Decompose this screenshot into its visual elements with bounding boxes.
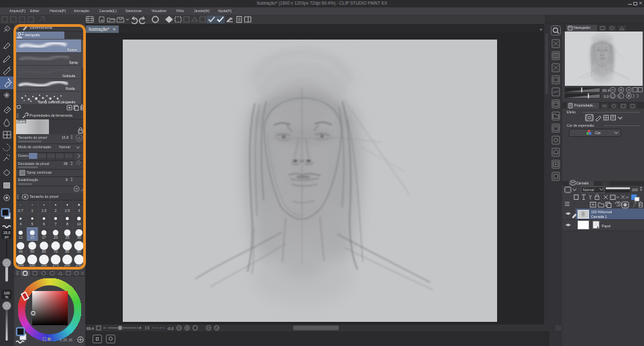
svg-text:0: 0 <box>60 338 62 342</box>
svg-text:35: 35 <box>68 338 72 342</box>
svg-text:%: % <box>5 295 9 299</box>
svg-text:-0.0: -0.0 <box>167 327 173 331</box>
svg-text:px: px <box>5 235 9 239</box>
svg-text:25: 25 <box>63 338 67 342</box>
svg-text:69.4: 69.4 <box>602 89 610 93</box>
svg-text:0.0: 0.0 <box>604 95 609 99</box>
svg-text:69.4: 69.4 <box>87 327 94 331</box>
